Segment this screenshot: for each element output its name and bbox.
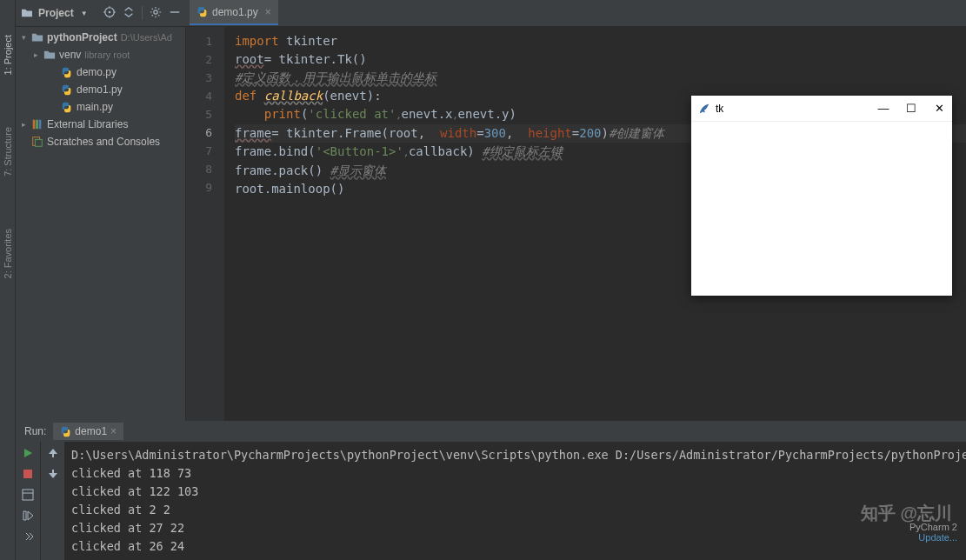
run-panel-label: Run: — [24, 425, 46, 437]
tree-external-libraries[interactable]: ▸ External Libraries — [16, 116, 185, 133]
python-file-icon — [61, 102, 73, 113]
chevron-right-icon: ▸ — [31, 50, 40, 59]
tree-file-main[interactable]: main.py — [16, 98, 185, 116]
sidebar-tab-project[interactable]: 1: Project — [3, 35, 13, 75]
folder-icon — [43, 49, 56, 61]
divider — [142, 6, 143, 20]
project-dropdown-label[interactable]: Project — [38, 7, 74, 19]
editor-tab-demo1[interactable]: demo1.py × — [190, 0, 278, 25]
libraries-icon — [31, 118, 43, 130]
project-folder-icon — [21, 8, 33, 18]
run-output[interactable]: D:\Users\Administrator\PycharmProjects\p… — [64, 422, 966, 560]
rerun-button[interactable] — [21, 446, 35, 460]
expand-all-icon[interactable] — [123, 6, 135, 18]
editor-gutter: 123456789 — [186, 27, 224, 421]
scratches-icon — [31, 136, 43, 148]
tree-venv[interactable]: ▸ venv library root — [16, 46, 185, 63]
more-button[interactable] — [21, 530, 35, 543]
tk-close-button[interactable]: ✕ — [933, 103, 945, 115]
tk-icon — [698, 103, 710, 115]
tree-venv-hint: library root — [84, 50, 130, 60]
sidebar-tab-favorites[interactable]: 2: Favorites — [3, 229, 13, 278]
chevron-right-icon: ▸ — [19, 120, 28, 129]
tk-maximize-button[interactable]: ☐ — [905, 103, 917, 115]
tree-root-label: pythonProject — [47, 31, 117, 43]
tree-file-demo1[interactable]: demo1.py — [16, 81, 185, 98]
layout-button[interactable] — [21, 488, 35, 502]
tree-root[interactable]: ▾ pythonProject D:\Users\Ad — [16, 29, 185, 46]
svg-point-1 — [109, 11, 111, 14]
update-link[interactable]: Update... — [918, 532, 957, 543]
gear-icon[interactable] — [150, 6, 162, 18]
chevron-down-icon: ▼ — [81, 10, 88, 17]
svg-rect-10 — [39, 120, 42, 130]
editor-tab-label: demo1.py — [212, 6, 258, 18]
step-button[interactable] — [21, 509, 35, 523]
run-tab-label: demo1 — [75, 425, 107, 437]
run-tab-demo1[interactable]: demo1 × — [53, 423, 123, 440]
svg-point-6 — [154, 10, 157, 14]
python-file-icon — [61, 84, 73, 96]
close-run-tab-icon[interactable]: × — [110, 425, 117, 437]
up-arrow-button[interactable] — [46, 446, 60, 460]
svg-rect-13 — [23, 470, 32, 478]
chevron-down-icon: ▾ — [19, 33, 28, 42]
svg-rect-9 — [36, 120, 38, 130]
svg-rect-17 — [52, 470, 54, 474]
svg-rect-16 — [52, 453, 54, 457]
folder-icon — [31, 31, 43, 43]
target-icon[interactable] — [103, 6, 116, 18]
tree-file-demo[interactable]: demo.py — [16, 63, 185, 81]
svg-rect-8 — [33, 120, 36, 130]
python-file-icon — [60, 426, 71, 437]
close-tab-icon[interactable]: × — [265, 6, 271, 18]
tree-scratches[interactable]: Scratches and Consoles — [16, 133, 185, 150]
sidebar-tab-structure[interactable]: 7: Structure — [3, 127, 13, 177]
ide-version-label: PyCharm 2 — [909, 522, 957, 532]
hide-icon[interactable] — [169, 6, 181, 18]
down-arrow-button[interactable] — [46, 467, 60, 481]
python-file-icon — [197, 6, 208, 17]
tk-window[interactable]: tk — ☐ ✕ — [691, 96, 952, 296]
tree-venv-label: venv — [59, 49, 81, 61]
svg-rect-12 — [35, 139, 42, 146]
tk-window-title: tk — [716, 103, 723, 115]
svg-rect-14 — [23, 490, 33, 500]
python-file-icon — [61, 67, 73, 78]
stop-button[interactable] — [21, 467, 35, 481]
tree-root-path: D:\Users\Ad — [121, 32, 172, 43]
project-tree[interactable]: ▾ pythonProject D:\Users\Ad ▸ venv libra… — [16, 27, 186, 421]
tk-minimize-button[interactable]: — — [877, 103, 889, 115]
